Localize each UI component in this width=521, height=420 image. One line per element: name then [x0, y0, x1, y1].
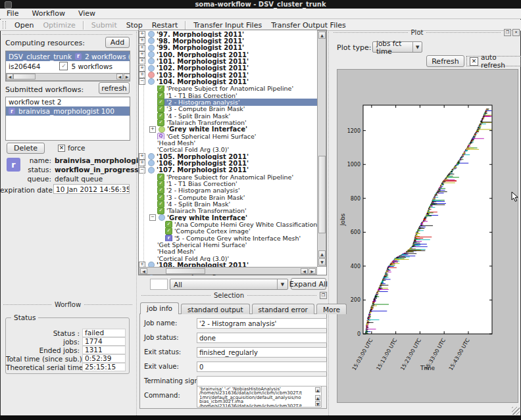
refresh-workflows-button[interactable]: refresh — [99, 82, 130, 94]
plot-type-combo[interactable]: jobs fct time ▼ — [372, 41, 422, 53]
scroll-up-icon[interactable]: ▲ — [318, 32, 326, 39]
collapse-minus-icon[interactable]: − — [139, 78, 145, 85]
expand-plus-icon[interactable]: + — [139, 65, 145, 72]
scroll-thumb[interactable] — [318, 156, 326, 233]
toolbar-button-submit[interactable]: Submit — [87, 21, 122, 30]
tree-item[interactable]: +'99. Morphologist 2011' — [139, 45, 317, 51]
tree-item[interactable]: ✓'4 - Split Brain Mask' — [139, 200, 317, 207]
job-field-value[interactable]: done — [197, 333, 327, 343]
tree-item[interactable]: ✓'Compute Cortex image' — [139, 228, 317, 235]
expand-plus-icon[interactable]: + — [139, 72, 145, 78]
force-checkbox[interactable]: ✕ — [58, 145, 65, 152]
expand-plus-icon[interactable]: + — [139, 45, 145, 51]
scroll-up-icon[interactable]: ▲ — [318, 250, 326, 258]
toolbar-button-transfer-output-files[interactable]: Transfer Output Files — [266, 21, 351, 30]
collapse-minus-icon[interactable]: − — [149, 214, 156, 221]
tree-item[interactable]: 'Cortical Fold Arg (3.0)' — [139, 255, 317, 262]
expand-plus-icon[interactable]: + — [139, 31, 145, 37]
tree-item[interactable]: +'105. Morphologist 2011' — [139, 153, 317, 160]
tree-item[interactable]: −'Grey white Interface' — [139, 214, 317, 221]
collapse-minus-icon[interactable]: − — [139, 167, 145, 174]
tree-item[interactable]: +'Grey white Interface' — [139, 126, 317, 133]
scroll-left-icon[interactable]: ◀ — [140, 268, 147, 274]
tree-item[interactable]: +'101. Morphologist 2011' — [139, 58, 317, 64]
tree-item[interactable]: ✓'Talairach Transformation' — [139, 119, 317, 126]
float-dock-icon[interactable]: ❐ — [504, 29, 511, 36]
toolbar-handle[interactable] — [3, 21, 6, 29]
job-field-value[interactable]: 0 — [197, 362, 327, 372]
expand-plus-icon[interactable]: + — [139, 160, 145, 166]
tree-item[interactable]: +'100. Morphologist 2011' — [139, 51, 317, 58]
tree-item[interactable]: 'Get Spherical Hemi Surface' — [139, 241, 317, 248]
tree-item[interactable]: Q'Get Spherical Hemi Surface' — [139, 133, 317, 139]
tree-hscrollbar[interactable]: ◀ ◀ ▶ — [139, 267, 317, 275]
tree-item[interactable]: ✓'4 - Split Brain Mask' — [139, 112, 317, 119]
tree-item[interactable]: ✓'1 - T1 Bias Correction' — [139, 92, 317, 99]
scroll-up-icon[interactable]: ▲ — [315, 395, 320, 400]
toolbar-button-stop[interactable]: Stop — [122, 21, 147, 30]
delete-workflow-button[interactable]: Delete — [7, 143, 45, 154]
tree-vscrollbar[interactable]: ▲ ▲ ▼ — [317, 30, 326, 267]
expand-plus-icon[interactable]: + — [139, 37, 145, 44]
tree-item[interactable]: r'5 - Compute Grey white Interface Mesh' — [139, 235, 317, 241]
scroll-right-icon[interactable]: ▶ — [124, 74, 130, 80]
tab-standard-error[interactable]: standard error — [252, 304, 314, 314]
resources-hscrollbar[interactable]: ◀ ◀ ▶ — [6, 73, 130, 81]
close-icon[interactable]: ✕ — [512, 29, 520, 36]
tree-item[interactable]: 'Head Mesh' — [139, 139, 317, 146]
scroll-up-icon[interactable]: ▲ — [315, 387, 320, 392]
tree-item[interactable]: −'104. Morphologist 2011' — [139, 78, 317, 85]
tree-item[interactable]: ✓'3 - Compute Brain Mask' — [139, 194, 317, 200]
tree-item[interactable]: 'Head Mesh' — [139, 248, 317, 255]
toolbar-button-transfer-input-files[interactable]: Transfer Input Files — [189, 21, 266, 30]
tree-item[interactable]: −'107. Morphologist 2011' — [139, 167, 317, 174]
tree-item[interactable]: +'106. Morphologist 2011' — [139, 160, 317, 166]
tree-item[interactable]: ✓'3 - Compute Brain Mask' — [139, 106, 317, 112]
splitter-right[interactable] — [328, 32, 329, 415]
workflow-row[interactable]: rbrainvisa_morphologist 100 — [6, 106, 130, 116]
toolbar-button-restart[interactable]: Restart — [147, 21, 183, 30]
expiration-date-input[interactable]: 10 Jan 2012 14:56:35 — [53, 184, 130, 194]
tree-item[interactable]: +'102. Morphologist 2011' — [139, 65, 317, 72]
toolbar-button-optimize[interactable]: Optimize — [38, 21, 80, 30]
tree-item[interactable]: 'Cortical Fold Arg (3.0)' — [139, 147, 317, 153]
expand-plus-icon[interactable]: + — [139, 153, 145, 160]
tree-item[interactable]: ✓'1 - T1 Bias Correction' — [139, 180, 317, 187]
scroll-thumb[interactable] — [166, 268, 205, 274]
job-field-value[interactable]: finished_regularly — [197, 347, 327, 358]
tab-job-info[interactable]: job info — [140, 302, 179, 314]
job-field-value[interactable]: '2 - Histogram analysis' — [197, 318, 327, 329]
menu-file[interactable]: File — [7, 9, 18, 18]
splitter-left[interactable] — [136, 32, 137, 415]
scroll-down-icon[interactable]: ▼ — [315, 401, 320, 406]
expand-plus-icon[interactable]: + — [149, 126, 156, 133]
scroll-right-icon[interactable]: ▶ — [309, 268, 316, 274]
menu-workflow[interactable]: Workflow — [32, 9, 65, 18]
expand-all-button[interactable]: Expand All — [291, 278, 326, 290]
tab-standard-output[interactable]: standard output — [181, 304, 250, 314]
tree-filter-combo[interactable]: All ▼ — [170, 279, 288, 290]
scroll-left-icon[interactable]: ◀ — [116, 74, 123, 80]
tree-item[interactable]: ✓'2 - Histogram analysis' — [139, 99, 317, 105]
resource-row[interactable]: DSV_cluster_trunkr2 workflows (1 is runn… — [6, 51, 130, 61]
window-titlebar[interactable]: soma-workflow - DSV_cluster_trunk — [0, 0, 521, 9]
scroll-left-icon[interactable]: ◀ — [301, 268, 308, 274]
resize-grip[interactable] — [512, 407, 520, 415]
expand-plus-icon[interactable]: + — [139, 51, 145, 58]
expand-plus-icon[interactable]: + — [139, 58, 145, 64]
tree-item[interactable]: ✓'Prepare Subject for Anatomical Pipelin… — [139, 174, 317, 180]
tree-item[interactable]: +'103. Morphologist 2011' — [139, 72, 317, 78]
refresh-plot-button[interactable]: Refresh — [426, 55, 464, 67]
workflow-row[interactable]: workflow test 2 — [6, 97, 130, 106]
tree-filter-box[interactable] — [150, 279, 168, 290]
scroll-left-icon[interactable]: ◀ — [7, 74, 13, 80]
tree-item[interactable]: +'97. Morphologist 2011' — [139, 31, 317, 37]
workflows-count-checkbox[interactable]: ✓ — [59, 62, 68, 70]
tree-item[interactable]: ✓'2 - Histogram analysis' — [139, 187, 317, 194]
menu-view[interactable]: View — [78, 9, 95, 18]
tree-item[interactable]: +'98. Morphologist 2011' — [139, 37, 317, 44]
toolbar-button-open[interactable]: Open — [10, 21, 38, 30]
add-resource-button[interactable]: Add — [105, 37, 130, 48]
tree-item[interactable]: ✓'Ana Compute Hemi Grey White Classifica… — [139, 221, 317, 227]
auto-refresh-checkbox[interactable]: ✕ — [470, 57, 478, 66]
